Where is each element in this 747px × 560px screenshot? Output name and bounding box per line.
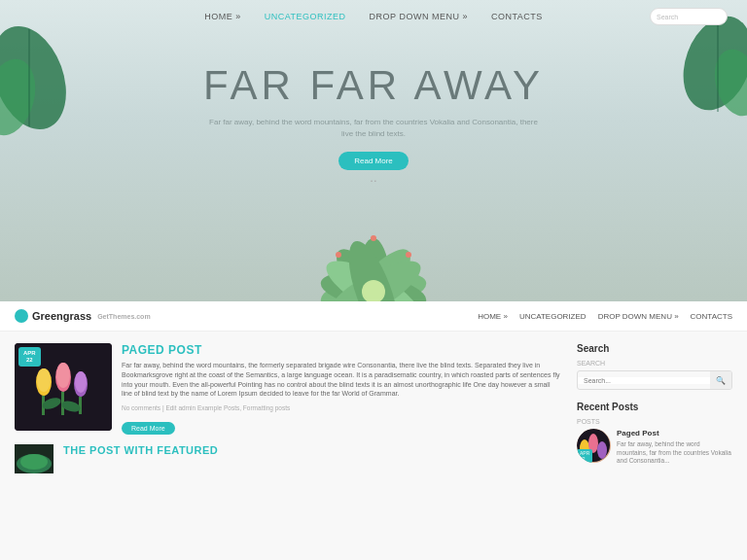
post-teaser-info-2: THE POST WITH FEATURED [63,444,218,456]
post-teaser-image-2 [15,444,53,473]
recent-post-thumb-1: APR 22 [577,429,611,463]
recent-post-item-1: APR 22 Paged Post Far far away, behind t… [577,429,732,466]
post-meta-1: No comments | Edit admin Example Posts, … [122,404,562,411]
second-nav-uncategorized[interactable]: UNCATEGORIZED [519,312,587,321]
nav-contacts[interactable]: CONTACTS [491,12,543,21]
hero-subtitle: Far far away, behind the word mountains,… [208,117,539,140]
posts-column: APR 22 PAGED POST Far far away, behind t… [15,343,577,548]
sidebar-search-input[interactable] [578,377,710,384]
hero-title: FAR FAR AWAY [0,62,747,109]
hero-dots: • • [0,178,747,184]
nav-dropdown[interactable]: DROP DOWN MENU » [370,12,468,21]
hero-section: HOME » UNCATEGORIZED DROP DOWN MENU » CO… [0,0,747,301]
sidebar-search-title: Search [577,343,732,354]
post-card-1: APR 22 PAGED POST Far far away, behind t… [15,343,562,435]
content-section: Greengrass GetThemes.com HOME » UNCATEGO… [0,301,747,560]
second-nav-dropdown[interactable]: DROP DOWN MENU » [598,312,679,321]
sidebar-recent-posts: Recent Posts POSTS APR 22 [577,402,732,466]
nav-home[interactable]: HOME » [204,12,241,21]
post-read-more-button-1[interactable]: Read More [122,422,175,435]
svg-point-15 [371,235,376,241]
sidebar: Search SEARCH 🔍 Recent Posts POSTS [577,343,732,548]
second-nav-links: HOME » UNCATEGORIZED DROP DOWN MENU » CO… [478,312,732,321]
post-teaser-title-2: THE POST WITH FEATURED [63,444,218,456]
hero-search[interactable]: Search [650,8,728,25]
post-excerpt-1: Far far away, behind the word mountains,… [122,361,562,399]
svg-point-20 [37,368,51,392]
post-title-1: PAGED POST [122,343,562,357]
svg-point-26 [75,371,87,393]
main-content: APR 22 PAGED POST Far far away, behind t… [0,332,747,560]
second-nav-home[interactable]: HOME » [478,312,508,321]
hero-content: FAR FAR AWAY Far far away, behind the wo… [0,33,747,184]
svg-point-36 [597,441,607,459]
svg-point-23 [56,363,70,388]
second-nav-contacts[interactable]: CONTACTS [691,312,732,321]
svg-point-17 [336,252,341,258]
post-card-2: THE POST WITH FEATURED [15,444,562,473]
brand-logo: Greengrass GetThemes.com [15,309,151,323]
svg-rect-27 [79,397,82,414]
plant-illustration [276,204,471,301]
sidebar-search-button[interactable]: 🔍 [710,370,731,390]
sidebar-search-subtitle: SEARCH [577,360,732,367]
recent-post-title-1: Paged Post [617,429,732,438]
sidebar-recent-title: Recent Posts [577,402,732,412]
svg-point-32 [20,454,48,470]
brand-name: Greengrass [32,310,91,322]
post-date-badge-1: APR 22 [18,347,41,367]
hero-read-more-button[interactable]: Read More [338,152,409,170]
second-nav: Greengrass GetThemes.com HOME » UNCATEGO… [0,301,747,332]
recent-post-info-1: Paged Post Far far away, behind the word… [617,429,732,466]
brand-icon [15,309,28,323]
sidebar-search-section: Search SEARCH 🔍 [577,343,732,390]
recent-post-badge-1: APR 22 [577,449,592,463]
svg-point-16 [406,252,411,258]
post-info-1: PAGED POST Far far away, behind the word… [122,343,562,435]
top-nav: HOME » UNCATEGORIZED DROP DOWN MENU » CO… [0,0,747,33]
recent-post-excerpt-1: Far far away, behind the word mountains,… [617,440,732,465]
sidebar-recent-subtitle: POSTS [577,418,732,425]
nav-uncategorized[interactable]: UNCATEGORIZED [265,12,346,21]
brand-tagline: GetThemes.com [97,313,150,320]
sidebar-search-box[interactable]: 🔍 [577,370,732,390]
post-image-1: APR 22 [15,343,112,431]
